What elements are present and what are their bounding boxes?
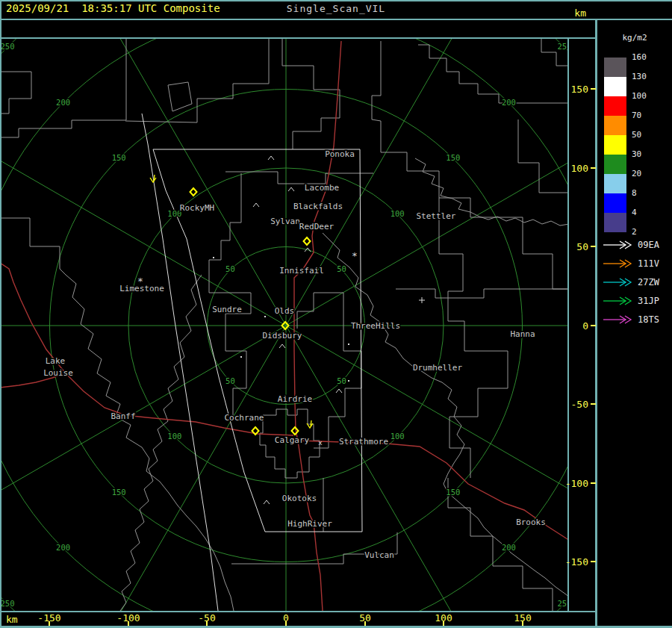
right-axis-tick (591, 167, 596, 169)
legend-scale-value: 50 (632, 131, 662, 140)
town-dot-icon (348, 380, 349, 382)
town-caret-icon (279, 344, 285, 348)
storm-cell-diamond-icon (304, 237, 311, 245)
legend-scale-value: 4 (632, 208, 662, 217)
city-label: Lake (46, 356, 66, 366)
right-axis-tick-label: 100 (559, 164, 588, 173)
bottom-axis-tick (128, 621, 129, 626)
right-axis-tick (591, 88, 596, 90)
ring-distance-label: 50 (225, 264, 235, 273)
ring-distance-label: 200 (56, 98, 70, 107)
ring-distance-label: 50 (225, 376, 235, 385)
ring-distance-label: 100 (391, 209, 405, 218)
city-label: Limestone (119, 284, 164, 293)
radar-site-row: 27ZW (602, 277, 672, 287)
county-boundary (396, 289, 567, 298)
highway (299, 441, 567, 549)
town-dot-icon (348, 343, 349, 345)
radar-arrow-icon (602, 259, 633, 268)
right-axis-tick-label: 150 (559, 84, 588, 94)
header-bar: 2025/09/21 18:35:17 UTC Composite km (0, 0, 595, 17)
city-label: Vulcan (364, 550, 394, 560)
city-label: Innisfail (279, 266, 324, 276)
county-boundary (518, 119, 567, 193)
ring-distance-label: 200 (502, 98, 516, 107)
legend-scale-value: 130 (632, 72, 662, 81)
town-plus-icon (419, 297, 425, 303)
county-boundary (1, 218, 66, 275)
ring-distance-label: 150 (446, 488, 460, 497)
ring-distance-label: 200 (56, 543, 70, 552)
titlebar-bottom-border (0, 19, 672, 20)
city-label: RedDeer (299, 222, 335, 231)
city-label: Calgary (275, 435, 310, 445)
city-label: Strathmore (339, 437, 388, 447)
city-label: Olds (275, 306, 295, 316)
right-axis-unit: km (574, 4, 586, 22)
city-label: RockyMH (180, 203, 214, 213)
city-label: ThreeHills (351, 321, 400, 331)
legend-scale-value: 30 (632, 150, 662, 159)
city-label: Stettler (417, 211, 456, 221)
city-label: Drumheller (413, 363, 463, 373)
town-dot-icon (264, 316, 266, 317)
ring-distance-label: 250 (1, 599, 14, 608)
legend-panel: kg/m2 09EA111V27ZW31JP18TS 1601301007050… (597, 20, 672, 626)
city-label: Didsbury (263, 331, 302, 341)
legend-scale-value: 8 (632, 189, 662, 198)
timestamp: 2025/09/21 18:35:17 UTC Composite (6, 0, 220, 17)
radar-site-row: 111V (602, 258, 672, 269)
right-axis-tick-label: -150 (559, 557, 588, 567)
radar-id-label: 27ZW (638, 277, 659, 287)
bottom-axis-tick (364, 621, 366, 626)
town-caret-icon (336, 389, 342, 393)
town-caret-icon (253, 203, 259, 207)
right-axis: 150100500-50-100-150 (569, 39, 595, 611)
city-label: Lacombe (305, 183, 339, 193)
town-dot-icon (213, 257, 214, 258)
county-boundary (125, 39, 269, 122)
storm-cell-diamond-icon (190, 188, 197, 196)
ring-distance-label: 150 (112, 153, 126, 162)
radar-arrow-icon (602, 315, 633, 324)
storm-cell-diamond-icon (292, 427, 299, 435)
city-label: Louise (43, 368, 73, 378)
right-axis-tick-label: -100 (559, 479, 588, 488)
ring-distance-label: 250 (558, 42, 567, 51)
ring-distance-label: 50 (337, 264, 346, 273)
ring-distance-label: 100 (391, 432, 405, 441)
radar-site-row: 18TS (602, 314, 672, 325)
right-axis-tick (591, 561, 596, 562)
radar-id-label: 31JP (638, 296, 659, 306)
city-label: Okotoks (282, 494, 317, 503)
radar-map: 5050505010010010010015015015015020020020… (1, 39, 567, 611)
bottom-axis-unit: km (6, 614, 18, 625)
bottom-axis: km -150-100-50050100150 (0, 612, 595, 626)
ring-distance-label: 250 (558, 599, 567, 608)
town-x-icon: x (318, 439, 323, 447)
right-axis-tick-label: -50 (559, 400, 588, 409)
county-boundary (314, 293, 361, 448)
city-label: Airdrie (278, 394, 312, 404)
coverage-boundary (360, 149, 362, 532)
city-label: Sylvan (270, 217, 300, 226)
radar-site-row: 31JP (602, 296, 672, 306)
radar-arrow-icon (602, 278, 633, 287)
ring-distance-label: 200 (502, 543, 516, 552)
town-dot-icon (240, 356, 242, 358)
ring-distance-label: 150 (446, 153, 460, 162)
radar-arrow-icon (602, 240, 633, 249)
bottom-axis-tick (49, 621, 50, 626)
bottom-axis-tick (206, 621, 208, 626)
city-label: Ponoka (325, 149, 355, 159)
city-label: Hanna (510, 329, 535, 339)
legend-scale-value: 2 (632, 228, 662, 237)
town-asterisk-icon: * (352, 250, 358, 261)
county-boundary (282, 39, 340, 149)
right-axis-tick (591, 482, 596, 484)
county-boundary (448, 478, 553, 611)
ring-distance-label: 100 (167, 432, 181, 441)
town-caret-icon (264, 500, 270, 504)
town-caret-icon (268, 156, 274, 160)
bottom-axis-tick (522, 621, 523, 626)
